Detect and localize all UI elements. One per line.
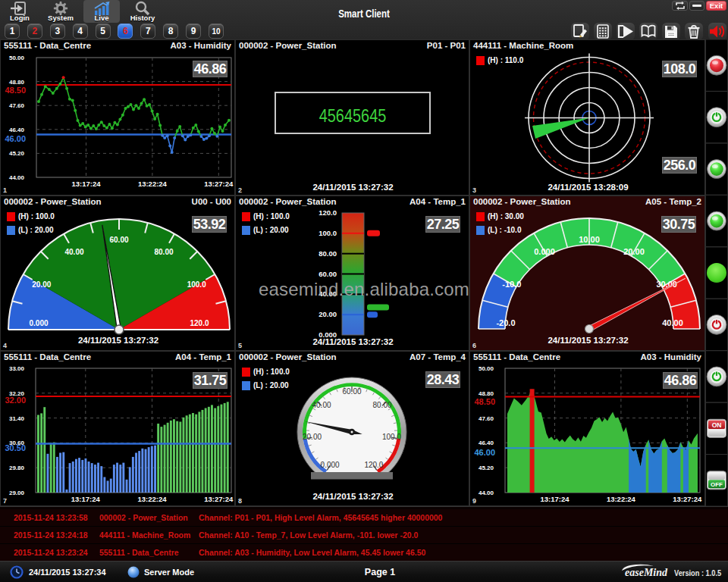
svg-text:80.00: 80.00 — [154, 248, 173, 256]
svg-text:48.80: 48.80 — [479, 390, 494, 397]
svg-text:47.60: 47.60 — [479, 415, 494, 422]
svg-text:30.50: 30.50 — [5, 443, 26, 452]
svg-text:13:17:24: 13:17:24 — [71, 495, 101, 503]
svg-text:40.00: 40.00 — [312, 401, 331, 409]
svg-text:20.00: 20.00 — [623, 247, 645, 256]
svg-text:29.80: 29.80 — [9, 465, 25, 471]
svg-text:48.80: 48.80 — [9, 79, 25, 86]
svg-text:0.000: 0.000 — [29, 319, 48, 327]
svg-text:46.00: 46.00 — [5, 134, 26, 143]
svg-text:13:22:24: 13:22:24 — [138, 180, 168, 188]
svg-text:60.00: 60.00 — [318, 270, 337, 278]
svg-text:13:22:24: 13:22:24 — [607, 495, 636, 503]
svg-text:20.00: 20.00 — [318, 310, 337, 318]
svg-text:60.00: 60.00 — [109, 236, 128, 244]
svg-text:100.0: 100.0 — [382, 433, 401, 441]
svg-text:47.60: 47.60 — [9, 102, 25, 109]
svg-text:13:27:24: 13:27:24 — [204, 180, 234, 188]
svg-text:45.20: 45.20 — [479, 465, 494, 471]
svg-text:13:17:24: 13:17:24 — [71, 180, 101, 188]
svg-text:29.00: 29.00 — [9, 490, 25, 496]
svg-text:60.00: 60.00 — [342, 387, 361, 396]
svg-text:0.000: 0.000 — [534, 247, 555, 256]
svg-text:13:17:24: 13:17:24 — [540, 495, 570, 503]
svg-text:OFF: OFF — [711, 481, 723, 488]
svg-text:45.20: 45.20 — [9, 150, 25, 157]
svg-text:100.0: 100.0 — [318, 229, 337, 237]
svg-text:46.00: 46.00 — [474, 448, 495, 457]
svg-text:13:27:24: 13:27:24 — [673, 495, 702, 503]
svg-text:80.00: 80.00 — [318, 249, 337, 258]
svg-text:32.00: 32.00 — [5, 396, 26, 405]
svg-text:46.40: 46.40 — [479, 440, 494, 446]
svg-text:44.00: 44.00 — [479, 490, 494, 496]
svg-text:46.40: 46.40 — [9, 127, 25, 133]
svg-text:120.0: 120.0 — [190, 319, 209, 327]
svg-text:10.00: 10.00 — [579, 235, 600, 244]
svg-text:50.00: 50.00 — [9, 55, 25, 61]
svg-text:50.00: 50.00 — [479, 365, 494, 372]
svg-text:48.50: 48.50 — [5, 86, 26, 95]
svg-text:31.40: 31.40 — [9, 415, 25, 422]
svg-text:20.00: 20.00 — [303, 433, 322, 441]
svg-text:40.00: 40.00 — [662, 318, 683, 327]
svg-text:48.50: 48.50 — [474, 397, 495, 406]
svg-text:13:22:24: 13:22:24 — [137, 495, 167, 503]
svg-text:-20.0: -20.0 — [496, 318, 515, 327]
svg-text:33.00: 33.00 — [9, 365, 25, 372]
svg-text:0.000: 0.000 — [321, 461, 340, 469]
svg-text:ON: ON — [712, 421, 722, 429]
svg-text:44.00: 44.00 — [9, 174, 25, 181]
svg-text:13:27:24: 13:27:24 — [204, 495, 234, 503]
svg-text:80.00: 80.00 — [372, 401, 391, 409]
svg-text:120.0: 120.0 — [364, 461, 383, 469]
svg-text:120.0: 120.0 — [318, 208, 337, 217]
svg-text:40.00: 40.00 — [64, 248, 83, 256]
